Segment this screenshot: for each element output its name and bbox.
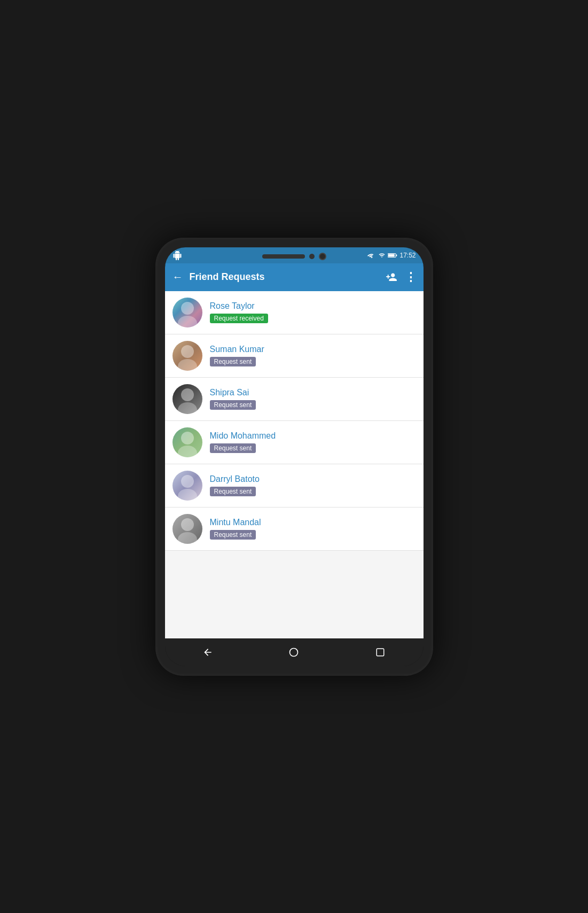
friend-item-rose-taylor[interactable]: Rose TaylorRequest received (165, 291, 424, 334)
svg-point-12 (178, 489, 197, 501)
avatar-img-shipra-sai (173, 384, 202, 414)
svg-point-9 (181, 432, 194, 444)
avatar-darryl-batoto (173, 471, 202, 501)
friend-info-suman-kumar: Suman KumarRequest sent (210, 345, 416, 366)
svg-point-7 (181, 388, 194, 401)
more-options-button[interactable]: ⋮ (405, 270, 416, 284)
svg-rect-16 (377, 649, 384, 656)
screen-content: 17:52 ← Friend Requests ⋮ (165, 247, 424, 666)
avatar-img-suman-kumar (173, 341, 202, 371)
status-badge-darryl-batoto: Request sent (210, 487, 256, 496)
avatar-mintu-mandal (173, 514, 202, 544)
svg-point-11 (181, 475, 194, 488)
avatar-shipra-sai (173, 384, 202, 414)
friend-item-mido-mohammed[interactable]: Mido MohammedRequest sent (165, 421, 424, 464)
time-display: 17:52 (399, 252, 415, 259)
add-friend-icon (386, 271, 397, 281)
svg-point-8 (178, 402, 197, 414)
back-nav-button[interactable] (198, 643, 217, 662)
svg-point-15 (290, 648, 298, 656)
svg-point-13 (181, 518, 194, 531)
avatar-img-mido-mohammed (173, 427, 202, 457)
svg-point-5 (181, 345, 194, 358)
avatar-mido-mohammed (173, 427, 202, 457)
bottom-navigation (165, 638, 424, 666)
friend-name-mido-mohammed: Mido Mohammed (210, 431, 416, 441)
avatar-img-darryl-batoto (173, 471, 202, 501)
svg-point-6 (178, 359, 197, 371)
status-badge-mido-mohammed: Request sent (210, 443, 256, 453)
svg-point-14 (178, 532, 197, 544)
status-badge-suman-kumar: Request sent (210, 357, 256, 366)
friend-requests-list: Rose TaylorRequest received Suman KumarR… (165, 291, 424, 638)
toolbar: ← Friend Requests ⋮ (165, 263, 424, 291)
front-camera (319, 253, 326, 260)
avatar-rose-taylor (173, 298, 202, 327)
friend-name-darryl-batoto: Darryl Batoto (210, 474, 416, 484)
friend-item-shipra-sai[interactable]: Shipra SaiRequest sent (165, 378, 424, 421)
toolbar-actions: ⋮ (386, 270, 416, 284)
battery-icon (388, 252, 397, 259)
avatar-img-mintu-mandal (173, 514, 202, 544)
status-bar-left (173, 251, 182, 260)
friend-item-suman-kumar[interactable]: Suman KumarRequest sent (165, 334, 424, 378)
status-badge-shipra-sai: Request sent (210, 400, 256, 410)
wifi-icon (367, 252, 376, 259)
svg-point-10 (178, 446, 197, 457)
svg-rect-2 (396, 254, 397, 256)
add-friend-button[interactable] (386, 271, 397, 283)
friend-name-rose-taylor: Rose Taylor (210, 301, 416, 311)
status-bar-right: 17:52 (367, 252, 415, 259)
phone-screen: 17:52 ← Friend Requests ⋮ (165, 247, 424, 666)
friend-name-mintu-mandal: Mintu Mandal (210, 518, 416, 527)
friend-name-suman-kumar: Suman Kumar (210, 345, 416, 354)
phone-device: 17:52 ← Friend Requests ⋮ (155, 238, 433, 676)
friend-info-darryl-batoto: Darryl BatotoRequest sent (210, 474, 416, 496)
friend-info-rose-taylor: Rose TaylorRequest received (210, 301, 416, 323)
toolbar-title: Friend Requests (190, 271, 379, 283)
avatar-img-rose-taylor (173, 298, 202, 327)
avatar-suman-kumar (173, 341, 202, 371)
friend-info-mido-mohammed: Mido MohammedRequest sent (210, 431, 416, 453)
android-icon (173, 251, 182, 260)
svg-rect-1 (389, 254, 395, 256)
status-badge-mintu-mandal: Request sent (210, 530, 256, 540)
friend-info-mintu-mandal: Mintu MandalRequest sent (210, 518, 416, 540)
friend-item-darryl-batoto[interactable]: Darryl BatotoRequest sent (165, 464, 424, 508)
sensor (309, 254, 315, 259)
back-button[interactable]: ← (173, 271, 183, 283)
svg-point-3 (181, 302, 194, 315)
friend-name-shipra-sai: Shipra Sai (210, 388, 416, 397)
friend-item-mintu-mandal[interactable]: Mintu MandalRequest sent (165, 508, 424, 551)
friend-info-shipra-sai: Shipra SaiRequest sent (210, 388, 416, 410)
status-badge-rose-taylor: Request received (210, 314, 268, 323)
phone-speaker (262, 254, 305, 259)
svg-point-4 (178, 316, 197, 327)
signal-icon (378, 252, 386, 259)
home-nav-button[interactable] (284, 643, 303, 662)
recent-nav-button[interactable] (371, 643, 390, 662)
